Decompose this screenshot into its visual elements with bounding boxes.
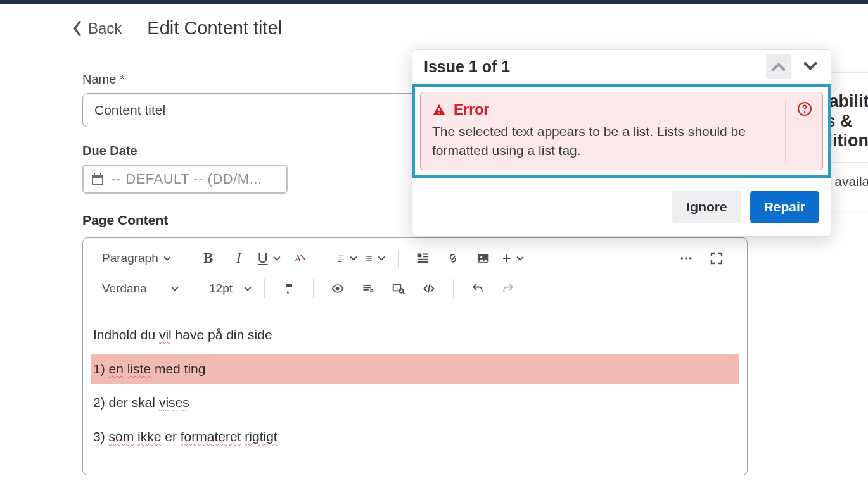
svg-rect-12 <box>423 256 428 257</box>
italic-button[interactable]: I <box>224 247 254 270</box>
block-format-select[interactable]: Paragraph <box>98 249 175 268</box>
error-alert: Error The selected text appears to be a … <box>420 92 823 170</box>
chevron-down-icon <box>516 254 524 262</box>
underline-button[interactable]: U <box>254 247 284 269</box>
svg-rect-11 <box>423 254 428 255</box>
undo-button[interactable] <box>463 277 493 300</box>
list-button[interactable] <box>361 252 389 265</box>
editor-body[interactable]: Indhold du vil have på din side 1) en li… <box>83 304 747 475</box>
back-label: Back <box>88 20 122 37</box>
format-painter-button[interactable] <box>274 277 304 300</box>
page-title: Edit Content titel <box>147 18 282 39</box>
svg-point-9 <box>365 260 366 261</box>
chevron-down-icon <box>350 254 357 262</box>
svg-point-18 <box>685 257 687 260</box>
svg-point-19 <box>689 257 692 260</box>
redo-button[interactable] <box>493 277 523 300</box>
due-date-input[interactable]: -- DEFAULT -- (DD/M... <box>82 165 288 194</box>
link-button[interactable] <box>438 247 468 270</box>
svg-rect-13 <box>417 259 428 260</box>
align-button[interactable] <box>333 252 361 265</box>
word-count-button[interactable] <box>353 277 383 300</box>
back-button[interactable]: Back <box>73 20 122 37</box>
page-content-label: Page Content <box>82 213 168 228</box>
undo-icon <box>471 282 484 295</box>
more-insert-button[interactable]: + <box>499 248 528 268</box>
editor-toolbar: Paragraph B I U A <box>83 238 747 304</box>
svg-rect-4 <box>93 178 102 184</box>
bold-button[interactable]: B <box>193 247 224 270</box>
source-code-button[interactable] <box>414 277 444 300</box>
redo-icon <box>502 282 514 295</box>
svg-point-20 <box>336 287 339 291</box>
svg-rect-27 <box>438 112 440 113</box>
content-line: 3) som ikke er formateret rigtigt <box>91 422 739 452</box>
link-icon <box>447 252 459 265</box>
ignore-button[interactable]: Ignore <box>672 191 741 223</box>
svg-rect-1 <box>92 175 103 177</box>
insert-stuff-button[interactable] <box>407 247 438 270</box>
fullscreen-icon <box>710 252 723 265</box>
svg-rect-26 <box>438 108 440 111</box>
content-line: Indhold du vil have på din side <box>91 320 739 350</box>
due-date-placeholder: -- DEFAULT -- (DD/M... <box>112 171 262 187</box>
ellipsis-icon <box>680 252 692 265</box>
more-actions-button[interactable] <box>671 247 701 270</box>
error-highlight-frame: Error The selected text appears to be a … <box>412 84 831 178</box>
format-painter-icon <box>283 282 295 295</box>
preview-button[interactable] <box>383 277 414 300</box>
chevron-down-icon <box>163 254 171 262</box>
svg-point-7 <box>365 256 366 257</box>
chevron-down-icon <box>273 254 281 262</box>
text-color-icon: A <box>293 252 306 265</box>
font-size-select[interactable]: 12pt <box>205 279 255 298</box>
chevron-left-icon <box>73 21 82 36</box>
bullet-list-icon <box>365 254 373 262</box>
previous-issue-button <box>766 54 791 79</box>
eye-icon <box>331 282 344 295</box>
help-circle-icon <box>797 101 812 116</box>
svg-rect-14 <box>417 261 428 263</box>
svg-point-16 <box>480 256 482 258</box>
image-button[interactable] <box>468 247 499 270</box>
align-left-icon <box>337 254 345 262</box>
rich-text-editor: Paragraph B I U A <box>82 237 748 475</box>
next-issue-button[interactable] <box>798 54 823 79</box>
chevron-down-icon <box>804 60 817 73</box>
insert-stuff-icon <box>416 252 429 265</box>
svg-rect-10 <box>417 254 421 258</box>
error-help-button[interactable] <box>797 101 812 116</box>
content-form: Name * Due Date -- DEFAULT -- (DD/M... P… <box>82 72 748 475</box>
svg-point-8 <box>365 258 366 259</box>
chevron-down-icon <box>171 285 179 292</box>
repair-button[interactable]: Repair <box>750 191 819 223</box>
svg-point-25 <box>804 111 805 113</box>
word-count-icon <box>362 282 374 295</box>
fullscreen-button[interactable] <box>701 247 732 270</box>
chevron-down-icon <box>244 285 252 292</box>
chevron-down-icon <box>378 254 385 262</box>
page-header: Back Edit Content titel <box>0 4 868 53</box>
svg-rect-2 <box>94 173 95 176</box>
accessibility-checker-button[interactable] <box>322 277 353 300</box>
calendar-icon <box>90 172 105 187</box>
content-line: 2) der skal vises <box>91 387 739 418</box>
svg-text:A: A <box>294 253 301 263</box>
accessibility-checker-panel: Issue 1 of 1 <box>412 49 831 237</box>
warning-triangle-icon <box>432 103 446 117</box>
issue-counter: Issue 1 of 1 <box>424 58 510 76</box>
image-icon <box>477 252 490 265</box>
svg-line-6 <box>300 255 305 260</box>
error-title-row: Error <box>432 101 762 118</box>
content-line-highlighted: 1) en liste med ting <box>91 354 739 384</box>
error-message: The selected text appears to be a list. … <box>432 122 762 161</box>
svg-rect-3 <box>100 173 101 176</box>
font-family-select[interactable]: Verdana <box>98 279 182 298</box>
find-replace-icon <box>392 282 405 295</box>
code-icon <box>423 282 435 295</box>
svg-point-17 <box>681 257 684 260</box>
text-color-button[interactable]: A <box>284 247 315 270</box>
svg-line-23 <box>403 292 405 294</box>
chevron-up-icon <box>772 60 785 73</box>
